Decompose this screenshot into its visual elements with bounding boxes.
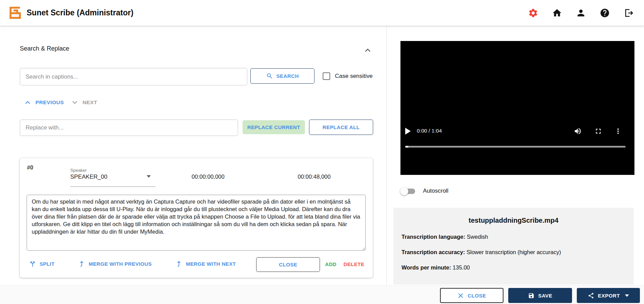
video-progress-bar[interactable]	[405, 146, 626, 148]
next-match-button[interactable]: NEXT	[71, 99, 97, 106]
autoscroll-label: Autoscroll	[423, 188, 449, 194]
info-label: Transcription language:	[401, 234, 465, 240]
caption-actions-row: SPLIT MERGE WITH PREVIOUS MERGE WITH NEX…	[20, 255, 373, 276]
export-dropdown-caret-icon[interactable]	[625, 294, 629, 297]
info-label: Transcription accuracy:	[401, 249, 465, 255]
merge-up-icon	[175, 260, 182, 267]
info-value: Slower transcription (higher accuracy)	[465, 249, 561, 255]
sunet-logo-icon	[8, 5, 22, 20]
home-icon[interactable]	[552, 8, 562, 18]
next-label: NEXT	[83, 99, 97, 106]
video-time-display: 0:00 / 1:04	[417, 128, 442, 134]
search-replace-heading: Search & Replace	[20, 45, 69, 52]
volume-icon[interactable]	[574, 127, 582, 135]
case-sensitive-checkbox[interactable]	[323, 72, 330, 80]
share-export-icon	[588, 292, 594, 299]
speaker-dropdown-arrow-icon[interactable]	[147, 175, 151, 178]
merge-with-next-button[interactable]: MERGE WITH NEXT	[175, 260, 236, 267]
caption-index: #0	[27, 164, 33, 171]
caption-end-time: 00:00:48,000	[285, 174, 343, 180]
footer-save-label: SAVE	[538, 293, 553, 299]
caption-start-time: 00:00:00,000	[179, 174, 237, 180]
search-input[interactable]	[20, 68, 247, 85]
caption-text-area[interactable]: Om du har spelat in med något annat verk…	[27, 195, 366, 251]
info-label: Words per minute:	[401, 264, 451, 271]
help-icon[interactable]	[600, 8, 610, 18]
info-row-language: Transcription language: Swedish	[401, 234, 488, 240]
footer-close-label: CLOSE	[468, 293, 486, 299]
speaker-select-underline	[70, 186, 156, 187]
video-player[interactable]: 0:00 / 1:04	[400, 41, 634, 175]
more-options-icon[interactable]	[614, 127, 622, 135]
caption-card: #0 Speaker SPEAKER_00 00:00:00,000 00:00…	[20, 158, 373, 278]
page-title: Sunet Scribe (Administrator)	[27, 0, 133, 26]
speaker-select[interactable]: SPEAKER_00	[70, 174, 107, 180]
split-icon	[29, 260, 36, 267]
case-sensitive-label: Case sensitive	[335, 73, 373, 80]
chevron-up-icon	[24, 99, 31, 106]
header-bar: Sunet Scribe (Administrator)	[0, 0, 644, 26]
video-progress-played	[405, 146, 408, 148]
replace-current-button[interactable]: REPLACE CURRENT	[243, 120, 305, 134]
footer-bar: CLOSE SAVE EXPORT	[0, 285, 644, 304]
previous-label: PREVIOUS	[35, 99, 64, 106]
autoscroll-toggle[interactable]	[401, 189, 415, 194]
replace-input[interactable]	[20, 120, 238, 136]
delete-caption-button[interactable]: DELETE	[343, 261, 364, 267]
footer-export-button[interactable]: EXPORT	[577, 288, 640, 303]
settings-gear-icon[interactable]	[528, 8, 538, 18]
info-row-wpm: Words per minute: 135.00	[401, 264, 470, 271]
info-value: 135.00	[451, 264, 470, 271]
video-filename: testuppladdningScribe.mp4	[393, 217, 634, 224]
logout-icon[interactable]	[624, 8, 634, 18]
info-value: Swedish	[465, 234, 488, 240]
merge-next-label: MERGE WITH NEXT	[186, 261, 236, 267]
replace-all-button[interactable]: REPLACE ALL	[309, 120, 373, 135]
close-x-icon	[457, 292, 464, 299]
merge-up-icon	[78, 260, 85, 267]
split-button[interactable]: SPLIT	[29, 260, 55, 267]
footer-close-button[interactable]: CLOSE	[440, 288, 503, 303]
speaker-field-label: Speaker	[70, 168, 87, 173]
search-button-label: SEARCH	[276, 73, 299, 79]
chevron-down-icon	[71, 99, 78, 106]
search-icon	[266, 72, 273, 80]
footer-save-button[interactable]: SAVE	[508, 288, 572, 303]
merge-with-previous-button[interactable]: MERGE WITH PREVIOUS	[78, 260, 152, 267]
file-info-panel: testuppladdningScribe.mp4 Transcription …	[393, 208, 634, 285]
autoscroll-toggle-knob	[400, 187, 408, 195]
previous-match-button[interactable]: PREVIOUS	[24, 99, 64, 106]
footer-export-label: EXPORT	[598, 293, 620, 299]
app-window: Sunet Scribe (Administrator) Search & Re…	[0, 0, 644, 304]
fullscreen-icon[interactable]	[594, 127, 602, 135]
split-label: SPLIT	[40, 261, 55, 267]
save-icon	[528, 292, 535, 299]
user-profile-icon[interactable]	[576, 8, 586, 18]
collapse-section-icon[interactable]	[364, 46, 372, 55]
play-button-icon[interactable]	[405, 128, 411, 135]
info-row-accuracy: Transcription accuracy: Slower transcrip…	[401, 249, 561, 255]
add-caption-button[interactable]: ADD	[325, 261, 336, 267]
merge-previous-label: MERGE WITH PREVIOUS	[89, 261, 152, 267]
panel-divider	[386, 26, 387, 285]
caption-close-button[interactable]: CLOSE	[256, 257, 320, 272]
search-button[interactable]: SEARCH	[250, 68, 314, 84]
